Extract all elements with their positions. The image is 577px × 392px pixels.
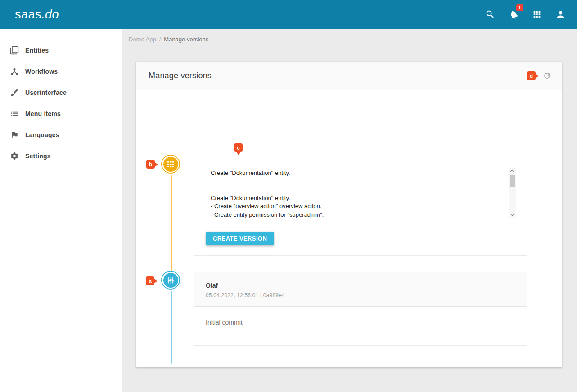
app-header: saas.do 1	[0, 0, 577, 29]
timeline-line-commit	[171, 291, 172, 364]
search-icon	[485, 9, 495, 19]
brush-icon	[9, 88, 19, 98]
apps-button[interactable]	[527, 4, 547, 25]
page-title: Manage versions	[149, 71, 212, 80]
sidebar-item-entities[interactable]: Entities	[0, 40, 122, 61]
card-body: b a c Create "Dokumentation" entity. Cre…	[136, 90, 562, 367]
breadcrumb-parent[interactable]: Demo App	[129, 36, 156, 43]
card-header: Manage versions d	[136, 62, 562, 90]
entities-icon	[9, 45, 19, 55]
sidebar: Entities Workflows Userinterface Menu it…	[0, 29, 122, 392]
version-message-textarea[interactable]: Create "Dokumentation" entity. Create "D…	[206, 168, 516, 218]
list-icon	[9, 109, 19, 119]
content-area: Demo App/Manage versions Manage versions…	[122, 29, 577, 392]
workflows-icon	[9, 67, 19, 76]
grid-icon	[167, 161, 174, 167]
sidebar-item-label: Workflows	[25, 68, 58, 75]
scrollbar-thumb[interactable]	[510, 175, 515, 187]
scrollbar-down-arrow[interactable]	[509, 211, 516, 218]
refresh-icon	[543, 71, 551, 80]
sidebar-item-languages[interactable]: Languages	[0, 124, 122, 145]
breadcrumb-current: Manage versions	[164, 36, 208, 43]
app-logo: saas.do	[15, 8, 59, 22]
apps-grid-icon	[532, 9, 542, 19]
annotation-marker-b: b	[146, 160, 155, 169]
sidebar-item-label: Userinterface	[25, 89, 67, 96]
breadcrumb-separator: /	[159, 36, 161, 43]
account-button[interactable]	[550, 4, 571, 25]
logo-text: saas	[15, 8, 41, 21]
commit-author: Olaf	[206, 282, 527, 289]
sidebar-item-label: Entities	[25, 47, 49, 54]
annotation-marker-d: d	[527, 71, 536, 80]
notification-badge: 1	[516, 4, 523, 11]
sidebar-item-userinterface[interactable]: Userinterface	[0, 82, 122, 103]
commit-meta: 05.04.2022, 12:56:01 | 0a989e4	[206, 292, 527, 298]
create-version-panel: Create "Dokumentation" entity. Create "D…	[194, 156, 527, 256]
notifications-button[interactable]: 1	[503, 4, 524, 25]
commit-message: Initial commit	[206, 319, 527, 326]
sidebar-item-label: Menu items	[25, 110, 61, 117]
sliders-icon	[167, 276, 175, 284]
refresh-button[interactable]	[543, 71, 551, 80]
timeline-line-draft	[171, 175, 172, 272]
sidebar-item-label: Settings	[25, 152, 51, 160]
user-icon	[555, 9, 566, 20]
scrollbar-up-arrow[interactable]	[509, 168, 516, 174]
sidebar-item-settings[interactable]: Settings	[0, 145, 122, 166]
sidebar-item-menu-items[interactable]: Menu items	[0, 103, 122, 124]
flag-icon	[9, 130, 19, 140]
breadcrumb: Demo App/Manage versions	[129, 36, 208, 43]
annotation-marker-a: a	[146, 276, 154, 285]
annotation-marker-c: c	[234, 143, 243, 152]
header-actions: 1	[480, 4, 571, 25]
gear-icon	[9, 151, 19, 161]
commit-body: Initial commit	[194, 307, 527, 326]
create-version-button[interactable]: CREATE VERSION	[206, 232, 274, 245]
timeline-node-draft[interactable]	[161, 155, 180, 174]
version-message-text: Create "Dokumentation" entity. Create "D…	[206, 168, 509, 218]
timeline-node-commit[interactable]	[161, 271, 180, 290]
sidebar-item-label: Languages	[25, 131, 59, 138]
textarea-scrollbar[interactable]	[509, 168, 516, 218]
commit-header: Olaf 05.04.2022, 12:56:01 | 0a989e4	[194, 272, 527, 307]
logo-suffix: .do	[41, 8, 59, 21]
search-button[interactable]	[480, 4, 500, 25]
manage-versions-card: Manage versions d	[136, 62, 562, 367]
sidebar-item-workflows[interactable]: Workflows	[0, 61, 122, 82]
version-history-entry: Olaf 05.04.2022, 12:56:01 | 0a989e4 Init…	[194, 272, 527, 346]
